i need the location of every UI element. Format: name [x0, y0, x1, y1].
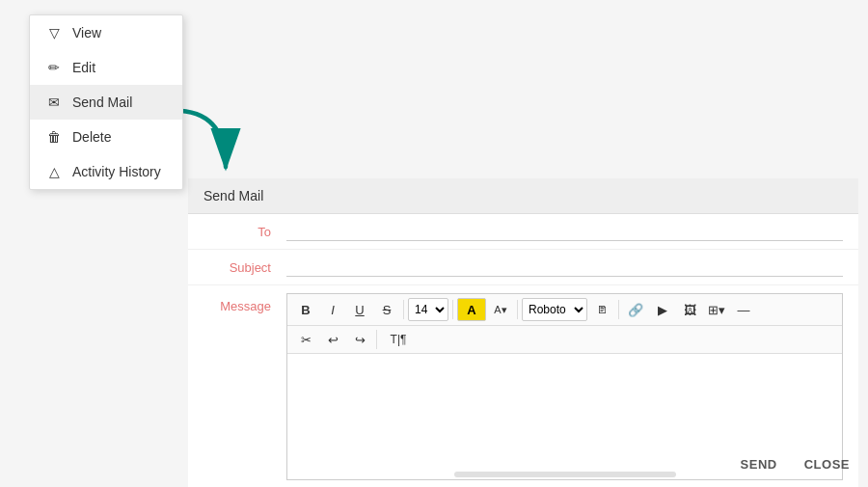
menu-item-delete-label: Delete: [72, 129, 111, 145]
menu-item-view-label: View: [72, 25, 101, 41]
send-button[interactable]: SEND: [737, 451, 781, 477]
subject-input[interactable]: [286, 257, 843, 277]
divider-3: [517, 300, 518, 319]
subject-row: Subject: [188, 250, 858, 285]
menu-item-edit[interactable]: ✏ Edit: [30, 50, 182, 85]
menu-item-send-mail-label: Send Mail: [72, 95, 132, 110]
cut-button[interactable]: ✂: [293, 328, 318, 351]
clear-format-button[interactable]: 🖹: [589, 298, 614, 321]
menu-item-activity-label: Activity History: [72, 164, 161, 179]
font-size-select[interactable]: 14 ▾: [408, 298, 448, 321]
subject-label: Subject: [203, 260, 271, 275]
view-icon: ▽: [45, 25, 63, 41]
to-input[interactable]: [286, 222, 843, 241]
divider-2: [452, 300, 453, 319]
text-color-button[interactable]: A▾: [488, 298, 513, 321]
redo-button[interactable]: ↪: [347, 328, 372, 351]
divider-5: [376, 330, 377, 349]
bold-button[interactable]: B: [293, 298, 318, 321]
send-mail-panel: Send Mail To Subject Message B I U S 14 …: [188, 178, 858, 487]
menu-item-delete[interactable]: 🗑 Delete: [30, 120, 182, 154]
menu-item-edit-label: Edit: [72, 60, 95, 75]
link-button[interactable]: 🔗: [623, 298, 648, 321]
footer-actions: SEND CLOSE: [737, 451, 854, 477]
scroll-indicator: [454, 472, 676, 477]
menu-item-view[interactable]: ▽ View: [30, 15, 182, 50]
context-menu: ▽ View ✏ Edit ✉ Send Mail 🗑 Delete △ Act…: [29, 14, 183, 190]
toolbar-row-2: ✂ ↩ ↪ T|¶: [287, 326, 842, 354]
mail-icon: ✉: [45, 95, 63, 110]
to-label: To: [203, 225, 271, 239]
hr-button[interactable]: —: [731, 298, 756, 321]
underline-button[interactable]: U: [347, 298, 372, 321]
divider-1: [403, 300, 404, 319]
panel-header: Send Mail: [188, 178, 858, 214]
table-button[interactable]: ⊞▾: [704, 298, 729, 321]
edit-icon: ✏: [45, 60, 63, 75]
activity-icon: △: [45, 164, 63, 179]
font-family-select[interactable]: Roboto ▾: [522, 298, 587, 321]
close-button[interactable]: CLOSE: [800, 451, 854, 477]
divider-4: [618, 300, 619, 319]
to-row: To: [188, 214, 858, 250]
highlight-button[interactable]: A: [457, 298, 486, 321]
delete-icon: 🗑: [45, 129, 63, 145]
menu-item-send-mail[interactable]: ✉ Send Mail: [30, 85, 182, 120]
toolbar-row-1: B I U S 14 ▾ A A▾ Roboto ▾ 🖹 🔗 ▶ �: [287, 294, 842, 326]
menu-item-activity-history[interactable]: △ Activity History: [30, 154, 182, 189]
strikethrough-button[interactable]: S: [374, 298, 399, 321]
image-button[interactable]: 🖼: [677, 298, 702, 321]
embed-button[interactable]: ▶: [650, 298, 675, 321]
italic-button[interactable]: I: [320, 298, 345, 321]
message-label: Message: [203, 293, 271, 313]
undo-button[interactable]: ↩: [320, 328, 345, 351]
source-button[interactable]: T|¶: [381, 328, 416, 351]
